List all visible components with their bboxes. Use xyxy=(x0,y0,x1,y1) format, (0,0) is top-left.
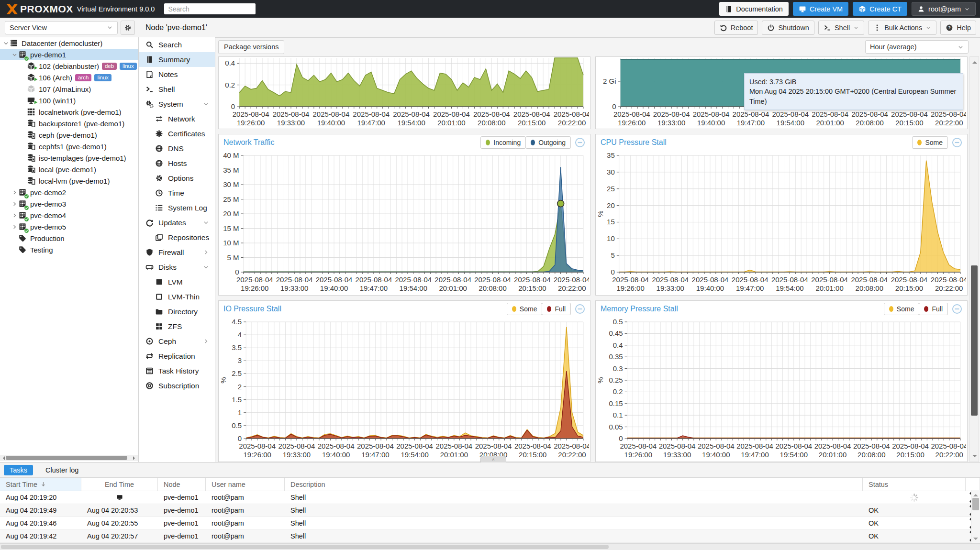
nav-item-certificates[interactable]: Certificates xyxy=(139,126,215,141)
nav-item-notes[interactable]: Notes xyxy=(139,67,215,82)
tree-item[interactable]: Production xyxy=(0,232,138,244)
nav-item-replication[interactable]: Replication xyxy=(139,349,215,363)
scroll-right-arrow-icon[interactable] xyxy=(133,456,137,460)
collapse-panel-icon[interactable] xyxy=(575,137,585,148)
legend-some[interactable]: Some xyxy=(884,303,920,315)
global-search-input[interactable] xyxy=(164,3,256,14)
package-versions-button[interactable]: Package versions xyxy=(218,40,284,54)
tree-item[interactable]: 107 (AlmaLinux) xyxy=(0,83,138,95)
scroll-left-arrow-icon[interactable] xyxy=(1,456,5,460)
column-header-start-time[interactable]: Start Time xyxy=(0,478,81,491)
tree-expand-icon[interactable] xyxy=(11,188,18,196)
create-vm-button[interactable]: Create VM xyxy=(793,2,848,16)
nav-item-firewall[interactable]: Firewall xyxy=(139,245,215,260)
tree-collapse-icon[interactable] xyxy=(11,51,18,58)
column-header-node[interactable]: Node xyxy=(158,478,206,491)
tree-item[interactable]: 100 (win11) xyxy=(0,95,138,106)
legend-incoming[interactable]: Incoming xyxy=(480,136,526,149)
task-row[interactable]: Aug 04 20:19:20pve-demo1root@pamShell xyxy=(0,491,980,504)
scrollbar-thumb[interactable] xyxy=(1,545,609,549)
user-menu-button[interactable]: root@pam xyxy=(912,2,976,16)
legend-some[interactable]: Some xyxy=(912,136,948,149)
tree-item[interactable]: pve-demo3 xyxy=(0,198,138,209)
time-range-select[interactable]: Hour (average) xyxy=(865,40,969,54)
tree-item[interactable]: local-lvm (pve-demo1) xyxy=(0,175,138,187)
task-row[interactable]: Aug 04 20:19:49Aug 04 20:20:53pve-demo1r… xyxy=(0,504,980,517)
nav-item-zfs[interactable]: ZFS xyxy=(139,319,215,334)
legend-full[interactable]: Full xyxy=(919,303,948,315)
nav-item-repositories[interactable]: Repositories xyxy=(139,230,215,245)
bulk-actions-button[interactable]: Bulk Actions xyxy=(868,21,936,35)
tree-collapse-icon[interactable] xyxy=(2,39,10,47)
tree-item[interactable]: pve-demo5 xyxy=(0,221,138,232)
tasks-scrollbar[interactable] xyxy=(971,490,980,544)
nav-item-summary[interactable]: Summary xyxy=(139,52,215,67)
documentation-button[interactable]: Documentation xyxy=(719,2,789,16)
tree-item[interactable]: pve-demo1 xyxy=(0,49,138,60)
nav-item-shell[interactable]: Shell xyxy=(139,82,215,97)
scroll-up-arrow-icon[interactable] xyxy=(973,492,978,496)
scrollbar-thumb[interactable] xyxy=(6,456,127,460)
scroll-down-arrow-icon[interactable] xyxy=(973,538,978,542)
legend-full[interactable]: Full xyxy=(542,303,571,315)
reboot-button[interactable]: Reboot xyxy=(714,21,758,35)
tree-item[interactable]: pve-demo2 xyxy=(0,187,138,198)
shell-button[interactable]: Shell xyxy=(818,21,864,35)
content-scrollbar[interactable] xyxy=(969,56,979,462)
create-ct-button[interactable]: Create CT xyxy=(853,2,907,16)
nav-item-task-history[interactable]: Task History xyxy=(139,363,215,378)
tree-expand-icon[interactable] xyxy=(11,211,18,219)
tree-item[interactable]: cephfs1 (pve-demo1) xyxy=(0,141,138,152)
tab-cluster-log[interactable]: Cluster log xyxy=(40,465,84,475)
nav-item-system-log[interactable]: System Log xyxy=(139,200,215,215)
tree-item[interactable]: iso-templages (pve-demo1) xyxy=(0,152,138,164)
tree-item[interactable]: backupstore1 (pve-demo1) xyxy=(0,118,138,129)
tree-item[interactable]: 102 (debianbuster)deblinux xyxy=(0,60,138,72)
nav-item-subscription[interactable]: Subscription xyxy=(139,378,215,393)
tree-item[interactable]: pve-demo4 xyxy=(0,209,138,221)
tab-tasks[interactable]: Tasks xyxy=(4,465,33,475)
tree-item[interactable]: Testing xyxy=(0,244,138,255)
task-row[interactable]: Aug 04 20:19:42Aug 04 20:20:57pve-demo1r… xyxy=(0,530,980,543)
nav-item-lvm[interactable]: LVM xyxy=(139,275,215,289)
column-header-end-time[interactable]: End Time xyxy=(81,478,158,491)
collapse-panel-icon[interactable] xyxy=(952,304,962,314)
nav-item-lvm-thin[interactable]: LVM-Thin xyxy=(139,289,215,304)
tree-item[interactable]: Datacenter (democluster) xyxy=(0,37,138,49)
scrollbar-thumb[interactable] xyxy=(972,498,979,510)
tree-item[interactable]: ceph (pve-demo1) xyxy=(0,129,138,141)
nav-item-dns[interactable]: DNS xyxy=(139,141,215,156)
nav-item-directory[interactable]: Directory xyxy=(139,304,215,319)
shutdown-button[interactable]: Shutdown xyxy=(762,21,814,35)
nav-item-updates[interactable]: Updates xyxy=(139,215,215,230)
nav-item-search[interactable]: Search xyxy=(139,37,215,52)
task-row[interactable]: Aug 04 20:19:46Aug 04 20:20:55pve-demo1r… xyxy=(0,517,980,530)
nav-item-network[interactable]: Network xyxy=(139,111,215,126)
nav-item-system[interactable]: System xyxy=(139,97,215,111)
legend-some[interactable]: Some xyxy=(507,303,543,315)
help-button[interactable]: ?Help xyxy=(940,21,976,35)
column-header-user-name[interactable]: User name xyxy=(206,478,285,491)
view-mode-select[interactable]: Server View xyxy=(5,21,118,34)
scrollbar-thumb[interactable] xyxy=(971,265,978,416)
collapse-panel-icon[interactable] xyxy=(575,304,585,314)
nav-item-time[interactable]: Time xyxy=(139,186,215,200)
nav-item-options[interactable]: Options xyxy=(139,171,215,186)
tree-expand-icon[interactable] xyxy=(11,200,18,208)
tree-item[interactable]: local (pve-demo1) xyxy=(0,164,138,175)
nav-item-hosts[interactable]: Hosts xyxy=(139,156,215,171)
column-header-description[interactable]: Description xyxy=(285,478,863,491)
column-header-status[interactable]: Status xyxy=(863,478,966,491)
tree-item[interactable]: 106 (Arch)archlinux xyxy=(0,72,138,83)
tree-expand-icon[interactable] xyxy=(11,223,18,231)
tree-item[interactable]: localnetwork (pve-demo1) xyxy=(0,106,138,118)
legend-outgoing[interactable]: Outgoing xyxy=(525,136,571,149)
tasks-horizontal-scrollbar[interactable] xyxy=(0,543,980,550)
scroll-up-arrow-icon[interactable] xyxy=(972,59,977,64)
scroll-down-arrow-icon[interactable] xyxy=(972,455,977,460)
nav-item-ceph[interactable]: Ceph xyxy=(139,334,215,349)
tree-horizontal-scrollbar[interactable] xyxy=(0,455,138,461)
panel-splitter-handle[interactable]: ˄ xyxy=(480,456,506,462)
nav-item-disks[interactable]: Disks xyxy=(139,260,215,275)
collapse-panel-icon[interactable] xyxy=(952,137,962,148)
